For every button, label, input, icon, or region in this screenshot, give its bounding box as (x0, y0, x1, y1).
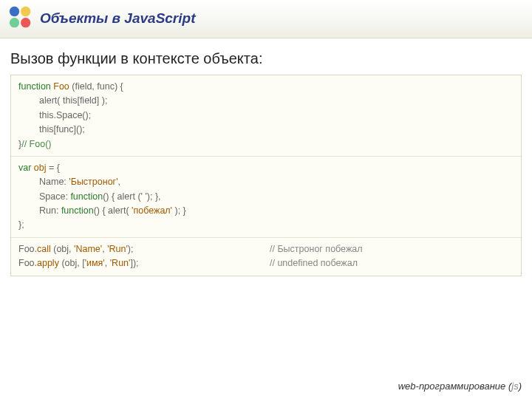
code-text: () { alert (' '); }, (103, 191, 160, 202)
code-text: , (105, 258, 110, 268)
comment: // Быстроног побежал (270, 242, 514, 256)
svg-point-1 (21, 7, 30, 16)
code-text: ); (128, 244, 134, 254)
logo-icon (7, 4, 35, 33)
code-text: Name: (39, 177, 69, 187)
code-text: }; (18, 219, 24, 230)
keyword-var: var (18, 163, 31, 173)
code-container: function Foo (field, func) { alert( this… (10, 75, 522, 276)
footer: web-программирование (js) (398, 381, 522, 392)
func-name: Foo (51, 81, 72, 92)
code-text: = { (49, 163, 60, 173)
svg-point-3 (21, 18, 30, 27)
method-apply: apply (37, 258, 61, 268)
comment: // undefined побежал (270, 256, 514, 270)
slide-title: Объекты в JavaScript (40, 10, 195, 27)
string-literal: 'побежал' (132, 205, 172, 216)
code-text: (obj, (53, 244, 74, 254)
var-name: obj (31, 163, 49, 173)
method-call: call (37, 244, 53, 254)
code-text: () { alert( (94, 205, 132, 216)
keyword-function: function (18, 81, 51, 92)
code-text: ); } (172, 205, 186, 216)
string-literal: 'Быстроног' (69, 177, 117, 187)
code-text: ]); (130, 258, 138, 268)
code-text: this.Space(); (18, 109, 91, 123)
footer-paren: ) (519, 381, 522, 392)
footer-js: js (511, 381, 518, 392)
keyword-function: function (61, 205, 94, 216)
code-text: alert( this[field] ); (18, 94, 107, 108)
string-literal: 'Name' (74, 244, 102, 254)
string-literal: 'Run' (110, 258, 131, 268)
svg-point-2 (10, 18, 19, 27)
code-text: Run: (39, 205, 61, 216)
code-text: Foo. (18, 258, 37, 268)
code-text: this[func](); (18, 123, 85, 137)
code-block-2: var obj = { Name: 'Быстроног', Space: fu… (11, 157, 521, 238)
string-literal: 'имя' (85, 258, 105, 268)
code-block-1: function Foo (field, func) { alert( this… (11, 75, 521, 157)
svg-point-0 (10, 7, 19, 16)
section-title: Вызов функции в контексте объекта: (10, 50, 532, 67)
slide-header: Объекты в JavaScript (0, 0, 532, 38)
comment: // Foo() (21, 139, 51, 149)
keyword-function: function (70, 191, 103, 202)
code-text: , (118, 177, 120, 187)
code-block-3: Foo.call (obj, 'Name', 'Run'); Foo.apply… (11, 238, 521, 276)
code-text: Space: (39, 191, 70, 202)
string-literal: 'Run' (107, 244, 128, 254)
code-text: (field, func) { (72, 81, 123, 92)
code-text: Foo. (18, 244, 37, 254)
footer-text: web-программирование (398, 381, 508, 392)
code-text: (obj, [ (61, 258, 84, 268)
